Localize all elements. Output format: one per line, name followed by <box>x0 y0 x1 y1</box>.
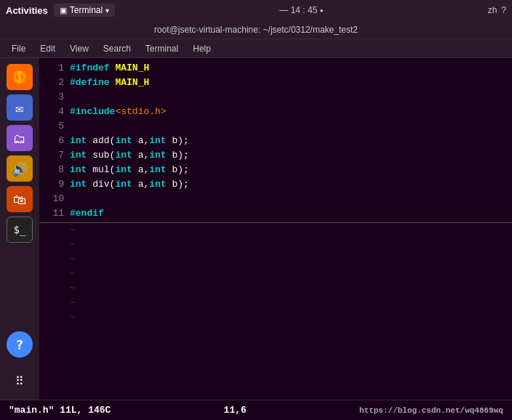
menu-file[interactable]: File <box>6 42 31 55</box>
statusbar-url: https://blog.csdn.net/wq4869wq <box>359 406 503 415</box>
code-editor: 1 #ifndef MAIN_H 2 #define MAIN_H 3 4 #i… <box>39 58 512 328</box>
sidebar-icon-firefox[interactable] <box>7 64 33 90</box>
sidebar-icon-files[interactable]: 🗂 <box>7 125 33 151</box>
titlebar: root@jsetc-virtual-machine: ~/jsetc/0312… <box>0 20 512 39</box>
sidebar-icon-terminal[interactable]: $_ <box>7 217 33 243</box>
tilde-line-6: ~ ~ <box>39 296 512 310</box>
terminal-tab-label: Terminal <box>70 5 103 15</box>
terminal-window-icon: ▣ <box>60 6 67 15</box>
tilde-line-2: ~ ~ <box>39 238 512 252</box>
topbar-center: — 14 : 45 ● <box>279 5 323 15</box>
tilde-line-5: ~ ~ <box>39 281 512 296</box>
topbar-left: Activities ▣ Terminal ▾ <box>6 4 115 17</box>
terminal-tab-arrow[interactable]: ▾ <box>105 7 109 15</box>
tilde-line-1: ~ ~ <box>39 223 512 238</box>
topbar-dot: ● <box>320 7 324 14</box>
sidebar-icon-music[interactable]: 🔊 <box>7 156 33 182</box>
sidebar-icon-grid[interactable]: ⠿ <box>7 368 33 394</box>
sidebar: ✉ 🗂 🔊 🛍 $_ ? ⠿ <box>0 58 39 400</box>
tilde-line-7: ~ ~ <box>39 310 512 325</box>
sidebar-icon-apps[interactable]: 🛍 <box>7 186 33 212</box>
statusbar-file-info: "main.h" 11L, 146C <box>9 405 111 416</box>
code-line-10: 10 <box>39 192 512 206</box>
terminal-content[interactable]: 1 #ifndef MAIN_H 2 #define MAIN_H 3 4 #i… <box>39 58 512 400</box>
top-bar: Activities ▣ Terminal ▾ — 14 : 45 ● zh ? <box>0 0 512 20</box>
window-title: root@jsetc-virtual-machine: ~/jsetc/0312… <box>154 25 358 35</box>
tilde-line-3: ~ ~ <box>39 252 512 267</box>
sidebar-icon-mail[interactable]: ✉ <box>7 94 33 121</box>
menu-help[interactable]: Help <box>187 42 217 55</box>
terminal-tab[interactable]: ▣ Terminal ▾ <box>54 4 115 17</box>
code-line-3: 3 <box>39 90 512 105</box>
code-line-8: 8 int mul(int a,int b); <box>39 163 512 177</box>
topbar-help[interactable]: ? <box>501 5 506 15</box>
menu-search[interactable]: Search <box>97 42 137 55</box>
topbar-separator: — <box>279 5 288 15</box>
main-area: ✉ 🗂 🔊 🛍 $_ ? ⠿ 1 #ifndef MAIN_H <box>0 58 512 400</box>
code-line-9: 9 int div(int a,int b); <box>39 177 512 192</box>
activities-label[interactable]: Activities <box>6 5 48 16</box>
topbar-lang[interactable]: zh <box>488 5 497 15</box>
menubar: File Edit View Search Terminal Help <box>0 39 512 58</box>
topbar-time: 14 : 45 <box>291 5 318 15</box>
code-line-5: 5 <box>39 119 512 134</box>
code-line-11: 11 #endif <box>39 206 512 223</box>
code-line-4: 4 #include<stdio.h> <box>39 105 512 119</box>
code-line-2: 2 #define MAIN_H <box>39 76 512 90</box>
statusbar-position: 11,6 <box>224 405 247 416</box>
menu-edit[interactable]: Edit <box>34 42 61 55</box>
menu-view[interactable]: View <box>64 42 95 55</box>
statusbar: "main.h" 11L, 146C 11,6 https://blog.csd… <box>0 400 512 420</box>
sidebar-icon-help[interactable]: ? <box>7 331 33 358</box>
code-line-1: 1 #ifndef MAIN_H <box>39 61 512 76</box>
tilde-line-4: ~ ~ <box>39 267 512 281</box>
code-line-7: 7 int sub(int a,int b); <box>39 148 512 163</box>
topbar-right: zh ? <box>488 5 506 15</box>
menu-terminal[interactable]: Terminal <box>140 42 184 55</box>
code-line-6: 6 int add(int a,int b); <box>39 134 512 148</box>
